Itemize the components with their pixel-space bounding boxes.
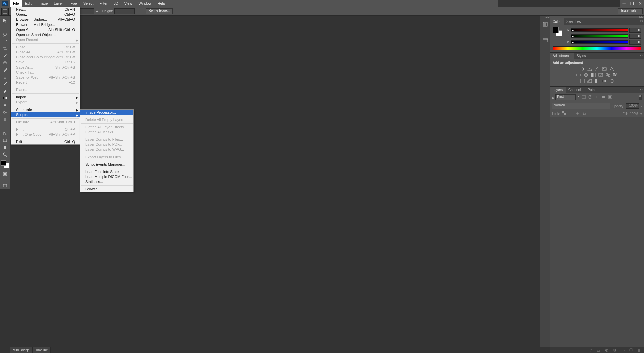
bw-icon[interactable] <box>590 72 596 78</box>
new-group-icon[interactable]: ▭ <box>621 348 625 353</box>
current-tool-icon[interactable] <box>1 8 9 15</box>
menu-3d[interactable]: 3D <box>111 0 121 7</box>
menu-item[interactable]: Load Files into Stack... <box>80 169 133 174</box>
blend-mode-select[interactable]: Normal <box>552 103 610 109</box>
panel-menu-icon[interactable]: ▾≡ <box>640 54 643 57</box>
menu-file[interactable]: File <box>10 0 22 7</box>
photo-filter-icon[interactable] <box>598 72 604 78</box>
levels-icon[interactable] <box>587 66 593 72</box>
menu-item[interactable]: Open as Smart Object... <box>11 32 80 37</box>
type-tool[interactable]: T <box>1 123 9 130</box>
color-tab[interactable]: Color <box>550 18 564 25</box>
channel-mixer-icon[interactable] <box>605 72 611 78</box>
workspace-select[interactable]: Essentials <box>618 8 643 14</box>
history-panel-icon[interactable] <box>541 20 550 29</box>
eraser-tool[interactable] <box>1 88 9 94</box>
menu-item[interactable]: New...Ctrl+N <box>11 7 80 12</box>
maximize-button[interactable]: ❐ <box>628 0 636 7</box>
menu-help[interactable]: Help <box>155 0 168 7</box>
vibrance-icon[interactable] <box>609 66 615 72</box>
invert-icon[interactable] <box>579 78 585 84</box>
menu-item[interactable]: Import▶ <box>11 95 80 100</box>
panel-menu-icon[interactable]: ▾≡ <box>640 88 643 91</box>
menu-item[interactable]: Statistics... <box>80 179 133 184</box>
color-balance-icon[interactable] <box>583 72 589 78</box>
eyedropper-tool[interactable] <box>1 52 9 59</box>
path-selection-tool[interactable] <box>1 130 9 137</box>
menu-item[interactable]: Browse in Bridge...Alt+Ctrl+O <box>11 17 80 22</box>
menu-item[interactable]: Scripts▶ <box>11 112 80 117</box>
fill-value[interactable]: 100% <box>630 112 638 116</box>
curves-icon[interactable] <box>594 66 600 72</box>
exposure-icon[interactable] <box>601 66 607 72</box>
expand-arrows-icon[interactable]: ◀◀ <box>540 16 550 18</box>
menu-window[interactable]: Window <box>135 0 154 7</box>
menu-item[interactable]: Open As...Alt+Shift+Ctrl+O <box>11 27 80 32</box>
color-fgbg-swatch[interactable] <box>553 27 562 36</box>
lasso-tool[interactable] <box>1 31 9 38</box>
filter-adjust-icon[interactable] <box>588 95 593 100</box>
marquee-tool[interactable] <box>1 24 9 31</box>
menu-item[interactable]: Open...Ctrl+O <box>11 12 80 17</box>
filter-smart-icon[interactable] <box>608 95 613 100</box>
filter-shape-icon[interactable] <box>601 95 607 100</box>
lock-all-icon[interactable] <box>582 111 587 116</box>
menu-item[interactable]: ExitCtrl+Q <box>11 139 80 144</box>
menu-item[interactable]: Load Multiple DICOM Files... <box>80 174 133 179</box>
filter-switch[interactable] <box>639 95 642 100</box>
selective-color-icon[interactable] <box>609 78 615 84</box>
refine-edge-button[interactable]: Refine Edge... <box>146 8 173 14</box>
brush-tool[interactable] <box>1 67 9 73</box>
channel-value[interactable]: 0 <box>629 34 641 39</box>
link-layers-icon[interactable]: ⊖ <box>588 348 593 353</box>
new-layer-icon[interactable]: ❐ <box>629 348 633 353</box>
channels-tab[interactable]: Channels <box>566 87 585 93</box>
opacity-value[interactable]: 100% <box>626 103 639 109</box>
rectangle-tool[interactable] <box>1 137 9 144</box>
menu-filter[interactable]: Filter <box>96 0 110 7</box>
foreground-color[interactable] <box>1 160 6 166</box>
properties-panel-icon[interactable] <box>541 36 550 45</box>
swatches-tab[interactable]: Swatches <box>564 18 583 25</box>
panel-menu-icon[interactable]: ▾≡ <box>640 19 643 23</box>
mini-bridge-tab[interactable]: Mini Bridge <box>10 347 33 353</box>
close-button[interactable]: ✕ <box>636 0 644 7</box>
lock-transparent-icon[interactable] <box>562 111 567 116</box>
posterize-icon[interactable] <box>587 78 593 84</box>
channel-slider[interactable] <box>571 40 628 44</box>
height-input[interactable] <box>114 8 135 14</box>
hand-tool[interactable] <box>1 144 9 151</box>
channel-value[interactable]: 0 <box>629 28 641 33</box>
menu-item[interactable]: Script Events Manager... <box>80 162 133 167</box>
move-tool[interactable] <box>1 17 9 24</box>
filter-kind-select[interactable]: Kind <box>555 94 576 100</box>
brightness-icon[interactable] <box>579 66 585 72</box>
color-spectrum[interactable] <box>553 46 641 50</box>
filter-pixel-icon[interactable] <box>581 95 587 100</box>
crop-tool[interactable] <box>1 45 9 52</box>
hue-icon[interactable] <box>576 72 582 78</box>
quick-mask-button[interactable] <box>1 171 9 177</box>
channel-slider[interactable] <box>571 28 628 32</box>
menu-layer[interactable]: Layer <box>51 0 66 7</box>
threshold-icon[interactable] <box>594 78 600 84</box>
clone-stamp-tool[interactable] <box>1 74 9 80</box>
styles-tab[interactable]: Styles <box>574 53 588 59</box>
menu-image[interactable]: Image <box>35 0 51 7</box>
layers-tab[interactable]: Layers <box>550 87 566 93</box>
paths-tab[interactable]: Paths <box>585 87 599 93</box>
menu-item[interactable]: Automate▶ <box>11 107 80 112</box>
menu-select[interactable]: Select <box>80 0 97 7</box>
filter-type-icon[interactable]: T <box>595 95 600 100</box>
delete-layer-icon[interactable]: 🗑 <box>637 348 641 353</box>
color-swatches[interactable] <box>1 160 9 168</box>
screen-mode-button[interactable] <box>1 182 9 189</box>
layer-mask-icon[interactable]: ◐ <box>604 348 609 353</box>
timeline-tab[interactable]: Timeline <box>33 347 51 353</box>
blur-tool[interactable] <box>1 102 9 108</box>
gradient-tool[interactable] <box>1 95 9 101</box>
magic-wand-tool[interactable] <box>1 38 9 45</box>
new-fill-icon[interactable]: ◑ <box>612 348 617 353</box>
gradient-map-icon[interactable] <box>601 78 607 84</box>
lock-position-icon[interactable] <box>576 111 580 116</box>
